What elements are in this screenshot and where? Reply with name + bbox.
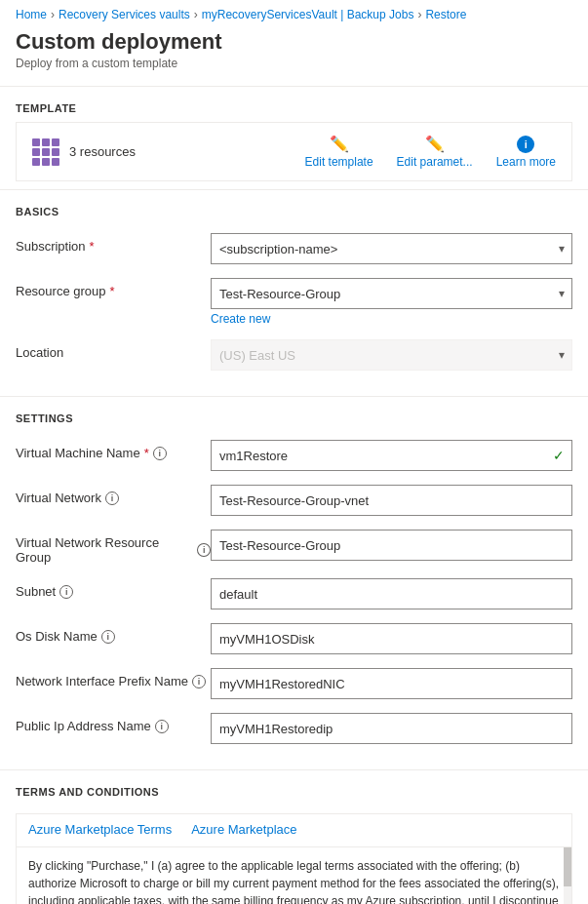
virtual-network-info-icon[interactable]: i [105,491,119,505]
scrollbar-thumb[interactable] [564,847,571,886]
vnet-resource-group-row: Virtual Network Resource Group i [16,530,572,565]
breadcrumb-vault-jobs[interactable]: myRecoveryServicesVault | Backup Jobs [202,8,414,21]
resource-group-select[interactable]: Test-Resource-Group [211,278,572,309]
learn-more-label: Learn more [496,155,556,169]
breadcrumb: Home › Recovery Services vaults › myReco… [0,0,588,25]
vm-name-input-wrapper: ✓ [211,440,572,471]
terms-content: By clicking "Purchase," I (a) agree to t… [17,847,571,904]
vnet-resource-group-info-icon[interactable]: i [197,543,211,557]
terms-section: Azure Marketplace Terms Azure Marketplac… [0,806,588,904]
info-icon: i [517,136,534,153]
azure-marketplace-tab[interactable]: Azure Marketplace [191,814,296,846]
breadcrumb-home[interactable]: Home [16,8,47,21]
azure-marketplace-terms-tab[interactable]: Azure Marketplace Terms [28,814,172,846]
template-resource-count: 3 resources [69,144,305,159]
edit-parameters-icon: ✏️ [425,135,445,153]
subscription-label: Subscription * [16,233,211,254]
scrollbar-track[interactable] [564,847,571,904]
settings-section-header: SETTINGS [0,401,588,432]
settings-form: Virtual Machine Name * i ✓ Virtual Netwo… [0,432,588,766]
edit-template-button[interactable]: ✏️ Edit template [305,135,373,169]
vm-name-check-icon: ✓ [553,448,565,463]
basics-form: Subscription * <subscription-name> ▾ Res… [0,225,588,392]
nic-prefix-info-icon[interactable]: i [192,675,206,688]
public-ip-info-icon[interactable]: i [155,720,169,733]
terms-section-header: TERMS AND CONDITIONS [0,774,588,806]
subnet-label: Subnet i [16,578,211,599]
public-ip-row: Public Ip Address Name i [16,713,572,744]
vm-name-row: Virtual Machine Name * i ✓ [16,440,572,471]
template-icon [32,138,59,166]
template-section-header: TEMPLATE [0,91,588,122]
nic-prefix-control [211,668,572,699]
subnet-control [211,578,572,609]
resource-group-select-wrapper: Test-Resource-Group ▾ [211,278,572,309]
vm-name-required: * [144,446,149,460]
vm-name-input[interactable] [211,440,572,471]
page-subtitle: Deploy from a custom template [0,57,588,82]
os-disk-name-control [211,623,572,654]
location-row: Location (US) East US ▾ [16,339,572,371]
vnet-resource-group-control [211,530,572,561]
os-disk-name-label: Os Disk Name i [16,623,211,644]
breadcrumb-restore[interactable]: Restore [425,8,466,21]
location-label: Location [16,339,211,360]
basics-section-header: BASICS [0,194,588,225]
vnet-resource-group-input[interactable] [211,530,572,561]
public-ip-input[interactable] [211,713,572,744]
edit-parameters-button[interactable]: ✏️ Edit paramet... [397,135,473,169]
location-select[interactable]: (US) East US [211,339,572,371]
vm-name-info-icon[interactable]: i [153,447,167,460]
virtual-network-input[interactable] [211,485,572,516]
virtual-network-control [211,485,572,516]
learn-more-button[interactable]: i Learn more [496,136,556,169]
nic-prefix-label: Network Interface Prefix Name i [16,668,211,688]
os-disk-name-info-icon[interactable]: i [101,630,115,644]
create-new-resource-group-link[interactable]: Create new [211,312,572,326]
subscription-select[interactable]: <subscription-name> [211,233,572,264]
breadcrumb-recovery-vaults[interactable]: Recovery Services vaults [59,8,190,21]
template-actions: ✏️ Edit template ✏️ Edit paramet... i Le… [305,135,556,169]
terms-content-wrapper: By clicking "Purchase," I (a) agree to t… [17,847,571,904]
terms-tabs: Azure Marketplace Terms Azure Marketplac… [17,814,571,847]
location-control: (US) East US ▾ [211,339,572,371]
subnet-input[interactable] [211,578,572,609]
resource-group-row: Resource group * Test-Resource-Group ▾ C… [16,278,572,326]
subscription-select-wrapper: <subscription-name> ▾ [211,233,572,264]
nic-prefix-row: Network Interface Prefix Name i [16,668,572,699]
nic-prefix-input[interactable] [211,668,572,699]
resource-group-required: * [110,284,115,298]
subscription-required: * [90,239,95,254]
subscription-control: <subscription-name> ▾ [211,233,572,264]
edit-template-icon: ✏️ [330,135,349,153]
edit-template-label: Edit template [305,155,373,169]
vm-name-label: Virtual Machine Name * i [16,440,211,460]
os-disk-name-input[interactable] [211,623,572,654]
location-select-wrapper: (US) East US ▾ [211,339,572,371]
virtual-network-label: Virtual Network i [16,485,211,505]
terms-box: Azure Marketplace Terms Azure Marketplac… [16,813,572,904]
template-box: 3 resources ✏️ Edit template ✏️ Edit par… [16,122,572,181]
virtual-network-row: Virtual Network i [16,485,572,516]
os-disk-name-row: Os Disk Name i [16,623,572,654]
vm-name-control: ✓ [211,440,572,471]
edit-parameters-label: Edit paramet... [397,155,473,169]
vnet-resource-group-label: Virtual Network Resource Group i [16,530,211,565]
public-ip-control [211,713,572,744]
resource-group-control: Test-Resource-Group ▾ Create new [211,278,572,326]
public-ip-label: Public Ip Address Name i [16,713,211,733]
subscription-row: Subscription * <subscription-name> ▾ [16,233,572,264]
page-title: Custom deployment [0,25,588,57]
subnet-info-icon[interactable]: i [59,585,73,599]
resource-group-label: Resource group * [16,278,211,298]
subnet-row: Subnet i [16,578,572,609]
